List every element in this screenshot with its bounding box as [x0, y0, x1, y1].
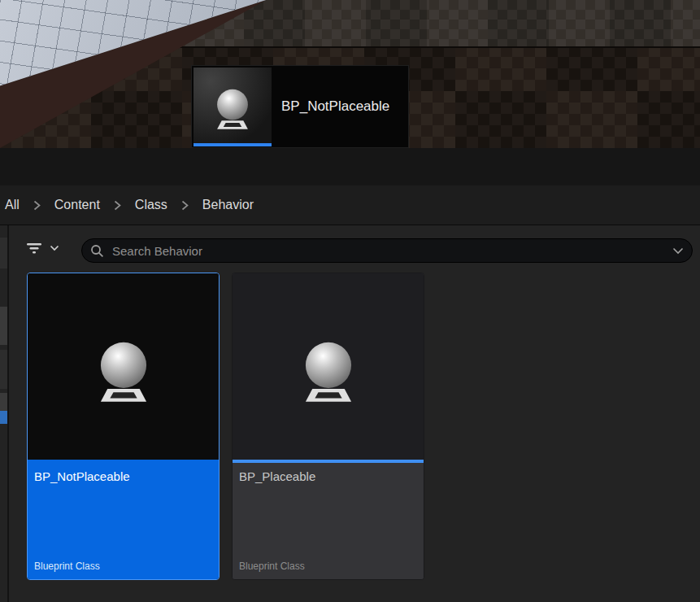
- asset-type-label: Blueprint Class: [239, 561, 417, 572]
- asset-name: BP_Placeable: [239, 469, 417, 483]
- filter-button[interactable]: [26, 241, 59, 255]
- asset-type-label: Blueprint Class: [34, 561, 212, 572]
- chevron-down-icon: [50, 245, 59, 251]
- collapsed-panel-item-selected[interactable]: [0, 411, 7, 424]
- collapsed-panel-item[interactable]: [0, 393, 7, 411]
- unreal-editor-screen: BP_NotPlaceable All Content Class Behavi…: [0, 0, 700, 602]
- search-box[interactable]: [81, 238, 693, 263]
- asset-thumbnail: [233, 273, 424, 460]
- asset-thumbnail: [28, 273, 219, 460]
- breadcrumb-item-all[interactable]: All: [5, 198, 20, 212]
- sphere-asset-icon: [81, 325, 166, 409]
- chevron-right-icon: [33, 200, 41, 211]
- breadcrumb: All Content Class Behavior: [0, 185, 700, 225]
- collapsed-panel-item[interactable]: [0, 350, 7, 389]
- asset-info: BP_Placeable Blueprint Class: [233, 463, 424, 579]
- chevron-right-icon: [181, 200, 189, 211]
- breadcrumb-item-class[interactable]: Class: [135, 198, 167, 212]
- asset-tile-bp-notplaceable[interactable]: BP_NotPlaceable Blueprint Class: [27, 273, 220, 580]
- drag-preview-thumbnail: [193, 68, 272, 143]
- breadcrumb-item-content[interactable]: Content: [54, 198, 100, 212]
- collapsed-panel-item[interactable]: [0, 307, 7, 345]
- asset-info: BP_NotPlaceable Blueprint Class: [28, 463, 219, 579]
- search-options-chevron-icon[interactable]: [672, 247, 684, 255]
- filter-icon: [26, 241, 42, 255]
- panel-divider[interactable]: [7, 225, 9, 602]
- sphere-asset-icon: [286, 325, 371, 409]
- breadcrumb-item-behavior[interactable]: Behavior: [202, 198, 254, 212]
- search-input[interactable]: [111, 243, 666, 259]
- chevron-right-icon: [114, 200, 121, 211]
- sphere-asset-icon: [204, 77, 261, 134]
- asset-name: BP_NotPlaceable: [34, 469, 212, 483]
- drag-progress-bar: [193, 143, 272, 146]
- panel-header-band: [0, 148, 700, 185]
- collapsed-panel-item[interactable]: [0, 238, 7, 268]
- drag-preview: BP_NotPlaceable: [191, 65, 409, 148]
- viewport-3d[interactable]: BP_NotPlaceable: [0, 0, 700, 148]
- search-icon: [90, 244, 104, 258]
- asset-tile-bp-placeable[interactable]: BP_Placeable Blueprint Class: [232, 273, 424, 580]
- drag-preview-label: BP_NotPlaceable: [281, 66, 389, 147]
